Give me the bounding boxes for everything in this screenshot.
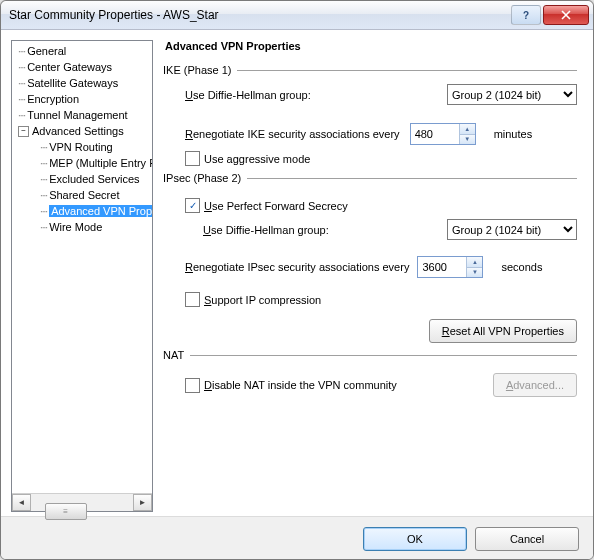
- tree-branch-icon: ····: [18, 46, 25, 57]
- nav-tree-panel: ····General····Center Gateways····Satell…: [11, 40, 153, 512]
- tree-item-label: Satellite Gateways: [27, 77, 118, 89]
- tree-item-label: Shared Secret: [49, 189, 119, 201]
- ipsec-reneg-spinner[interactable]: ▲▼: [417, 256, 483, 278]
- tree-branch-icon: ····: [40, 222, 47, 233]
- dialog-window: Star Community Properties - AWS_Star ? ·…: [0, 0, 594, 560]
- tree-item-shared-secret[interactable]: ····Shared Secret: [14, 187, 152, 203]
- spin-up-icon[interactable]: ▲: [460, 124, 475, 135]
- close-icon: [561, 10, 571, 20]
- group-ipsec-label: IPsec (Phase 2): [163, 172, 247, 184]
- tree-branch-icon: ····: [18, 78, 25, 89]
- group-ike: IKE (Phase 1): [163, 64, 577, 76]
- dialog-footer: OK Cancel: [1, 516, 593, 560]
- ipsec-dh-label: Use Diffie-Hellman group:: [203, 224, 329, 236]
- row-ike-aggressive: Use aggressive mode: [185, 151, 577, 166]
- tree-item-tunnel-management[interactable]: ····Tunnel Management: [14, 107, 152, 123]
- group-ipsec: IPsec (Phase 2): [163, 172, 577, 184]
- scroll-thumb[interactable]: ≡: [45, 503, 87, 520]
- ipsec-dh-select[interactable]: Group 2 (1024 bit): [447, 219, 577, 240]
- ipsec-compress-label: Support IP compression: [204, 294, 321, 306]
- reset-vpn-button[interactable]: Reset All VPN Properties: [429, 319, 577, 343]
- checkbox-box: [185, 151, 200, 166]
- tree-item-advanced-settings[interactable]: −Advanced Settings: [14, 123, 152, 139]
- tree-item-label: Center Gateways: [27, 61, 112, 73]
- spin-down-icon[interactable]: ▼: [467, 268, 482, 278]
- ike-dh-select[interactable]: Group 2 (1024 bit): [447, 84, 577, 105]
- tree-item-label: MEP (Multiple Entry Point): [49, 157, 152, 169]
- page-title: Advanced VPN Properties: [165, 40, 577, 52]
- tree-branch-icon: ····: [40, 206, 47, 217]
- checkbox-box: [185, 378, 200, 393]
- tree-item-label: Advanced Settings: [32, 125, 124, 137]
- tree-branch-icon: ····: [40, 174, 47, 185]
- ike-dh-label: Use Diffie-Hellman group:: [185, 89, 311, 101]
- tree-hscrollbar[interactable]: ◄ ≡ ►: [12, 493, 152, 511]
- group-nat-label: NAT: [163, 349, 190, 361]
- tree-item-vpn-routing[interactable]: ····VPN Routing: [14, 139, 152, 155]
- cancel-button[interactable]: Cancel: [475, 527, 579, 551]
- tree-item-general[interactable]: ····General: [14, 43, 152, 59]
- checkbox-box: ✓: [185, 198, 200, 213]
- ipsec-compress-checkbox[interactable]: Support IP compression: [185, 292, 321, 307]
- tree-item-mep-multiple-entry-point[interactable]: ····MEP (Multiple Entry Point): [14, 155, 152, 171]
- ike-reneg-unit: minutes: [494, 128, 533, 140]
- help-button[interactable]: ?: [511, 5, 541, 25]
- tree-item-label: Wire Mode: [49, 221, 102, 233]
- tree-item-label: Encryption: [27, 93, 79, 105]
- group-nat: NAT: [163, 349, 577, 361]
- ipsec-pfs-label: Use Perfect Forward Secrecy: [204, 200, 348, 212]
- nat-advanced-button: Advanced...: [493, 373, 577, 397]
- spinner-arrows[interactable]: ▲▼: [466, 257, 482, 277]
- tree-branch-icon: ····: [40, 190, 47, 201]
- group-ike-label: IKE (Phase 1): [163, 64, 237, 76]
- row-ike-reneg: Renegotiate IKE security associations ev…: [185, 123, 577, 145]
- tree-item-wire-mode[interactable]: ····Wire Mode: [14, 219, 152, 235]
- window-title: Star Community Properties - AWS_Star: [9, 8, 509, 22]
- ike-aggressive-checkbox[interactable]: Use aggressive mode: [185, 151, 310, 166]
- ipsec-pfs-checkbox[interactable]: ✓ Use Perfect Forward Secrecy: [185, 198, 348, 213]
- row-ipsec-reneg: Renegotiate IPsec security associations …: [185, 256, 577, 278]
- tree-item-excluded-services[interactable]: ····Excluded Services: [14, 171, 152, 187]
- ike-reneg-input[interactable]: [411, 124, 459, 144]
- close-button[interactable]: [543, 5, 589, 25]
- row-ipsec-dh: Use Diffie-Hellman group: Group 2 (1024 …: [203, 219, 577, 240]
- titlebar: Star Community Properties - AWS_Star ?: [1, 1, 593, 30]
- tree-branch-icon: ····: [18, 62, 25, 73]
- group-divider: [237, 70, 577, 71]
- group-divider: [190, 355, 577, 356]
- tree-item-label: Advanced VPN Properties: [49, 205, 152, 217]
- tree-branch-icon: ····: [40, 158, 47, 169]
- row-ipsec-compress: Support IP compression: [185, 292, 577, 307]
- ike-reneg-label: Renegotiate IKE security associations ev…: [185, 128, 400, 140]
- ike-aggressive-label: Use aggressive mode: [204, 153, 310, 165]
- tree-item-center-gateways[interactable]: ····Center Gateways: [14, 59, 152, 75]
- ok-button[interactable]: OK: [363, 527, 467, 551]
- tree-item-encryption[interactable]: ····Encryption: [14, 91, 152, 107]
- spinner-arrows[interactable]: ▲▼: [459, 124, 475, 144]
- nav-tree[interactable]: ····General····Center Gateways····Satell…: [12, 41, 152, 493]
- ipsec-reneg-label: Renegotiate IPsec security associations …: [185, 261, 409, 273]
- ipsec-reneg-unit: seconds: [501, 261, 542, 273]
- tree-item-label: VPN Routing: [49, 141, 113, 153]
- tree-item-satellite-gateways[interactable]: ····Satellite Gateways: [14, 75, 152, 91]
- main-panel: Advanced VPN Properties IKE (Phase 1) Us…: [159, 30, 593, 516]
- row-ipsec-pfs: ✓ Use Perfect Forward Secrecy: [185, 198, 577, 213]
- tree-branch-icon: ····: [40, 142, 47, 153]
- group-divider: [247, 178, 577, 179]
- tree-expander-icon[interactable]: −: [18, 126, 29, 137]
- ike-reneg-spinner[interactable]: ▲▼: [410, 123, 476, 145]
- tree-item-label: Excluded Services: [49, 173, 140, 185]
- nat-disable-checkbox[interactable]: Disable NAT inside the VPN community: [185, 378, 397, 393]
- spin-down-icon[interactable]: ▼: [460, 135, 475, 145]
- tree-branch-icon: ····: [18, 110, 25, 121]
- tree-item-label: Tunnel Management: [27, 109, 128, 121]
- ipsec-reneg-input[interactable]: [418, 257, 466, 277]
- checkbox-box: [185, 292, 200, 307]
- row-nat-disable: Disable NAT inside the VPN community Adv…: [185, 373, 577, 397]
- spin-up-icon[interactable]: ▲: [467, 257, 482, 268]
- scroll-right-icon[interactable]: ►: [133, 494, 152, 511]
- tree-item-label: General: [27, 45, 66, 57]
- scroll-left-icon[interactable]: ◄: [12, 494, 31, 511]
- nat-disable-label: Disable NAT inside the VPN community: [204, 379, 397, 391]
- tree-item-advanced-vpn-properties[interactable]: ····Advanced VPN Properties: [14, 203, 152, 219]
